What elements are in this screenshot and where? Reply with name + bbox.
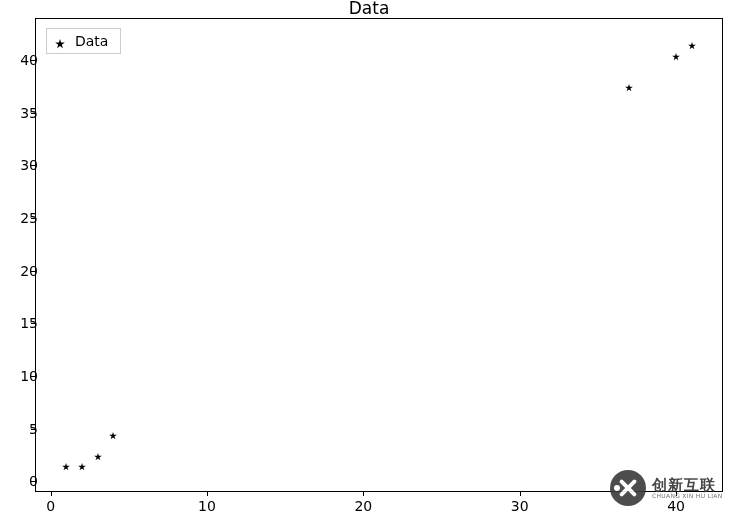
x-tick-label: 30	[511, 498, 529, 514]
legend-marker-star-icon	[55, 36, 65, 46]
y-tick-label: 40	[10, 52, 38, 68]
y-tick-label: 10	[10, 368, 38, 384]
x-tick	[207, 492, 208, 496]
svg-marker-0	[55, 39, 65, 48]
y-tick-label: 5	[10, 421, 38, 437]
x-tick	[520, 492, 521, 496]
x-tick-label: 10	[198, 498, 216, 514]
chart-title: Data	[0, 0, 738, 18]
chart-wrap: Data 0510152025303540 010203040 Data 创新互…	[0, 0, 738, 517]
y-tick-label: 15	[10, 315, 38, 331]
plot-area	[35, 18, 723, 492]
x-tick	[363, 492, 364, 496]
y-tick-label: 20	[10, 263, 38, 279]
y-tick-label: 30	[10, 157, 38, 173]
x-tick	[676, 492, 677, 496]
y-tick-label: 25	[10, 210, 38, 226]
x-tick-label: 0	[46, 498, 55, 514]
x-tick-label: 20	[354, 498, 372, 514]
watermark-brand-en: CHUANG XIN HU LIAN	[652, 493, 722, 499]
y-tick-label: 0	[10, 473, 38, 489]
x-tick	[51, 492, 52, 496]
y-tick-label: 35	[10, 105, 38, 121]
x-tick-label: 40	[667, 498, 685, 514]
legend: Data	[46, 28, 121, 54]
legend-label: Data	[75, 33, 108, 49]
